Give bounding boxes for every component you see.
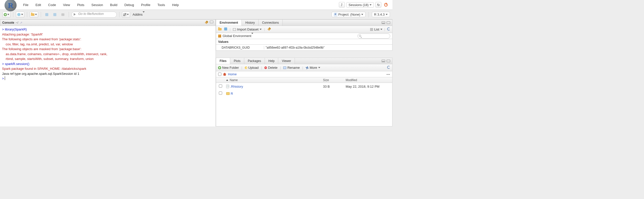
- new-folder-button[interactable]: New Folder: [218, 66, 239, 70]
- menu-help[interactable]: Help: [169, 3, 182, 7]
- panes-button[interactable]: [122, 12, 130, 18]
- tab-files[interactable]: Files: [216, 58, 230, 64]
- home-icon[interactable]: [223, 73, 226, 76]
- minimize-pane-icon[interactable]: [382, 60, 385, 62]
- minimize-pane-icon[interactable]: [382, 21, 385, 24]
- file-row[interactable]: R: [216, 90, 392, 97]
- menu-tools[interactable]: Tools: [154, 3, 169, 7]
- tab-history[interactable]: History: [242, 20, 258, 26]
- delete-button[interactable]: Delete: [264, 66, 277, 70]
- menu-plots[interactable]: Plots: [73, 3, 88, 7]
- env-search-input[interactable]: [357, 34, 390, 39]
- global-env-icon: [218, 35, 221, 38]
- upload-button[interactable]: Upload: [245, 66, 259, 70]
- menu-session[interactable]: Session: [88, 3, 106, 7]
- new-file-button[interactable]: [3, 12, 11, 18]
- col-name[interactable]: Name: [225, 78, 323, 82]
- maximize-pane-icon[interactable]: [387, 60, 390, 62]
- tab-connections[interactable]: Connections: [259, 20, 283, 26]
- file-icon: [226, 85, 229, 88]
- environment-panel: EnvironmentHistoryConnections | Import D…: [216, 19, 392, 51]
- files-breadcrumb: Home •••: [216, 71, 392, 77]
- console-popout-icon[interactable]: ⇗: [20, 21, 22, 24]
- project-dropdown[interactable]: R Project: (None): [332, 12, 366, 17]
- load-workspace-icon[interactable]: [218, 27, 222, 31]
- row-checkbox[interactable]: [219, 84, 222, 88]
- select-all-checkbox[interactable]: [218, 73, 221, 76]
- env-values-header: Values: [216, 39, 392, 45]
- goto-input[interactable]: Go to file/function: [71, 12, 117, 18]
- menu-file[interactable]: File: [20, 3, 32, 7]
- console-path: ~/: [16, 21, 18, 24]
- global-toolbar: Go to file/function Addins R Project: (N…: [0, 10, 392, 19]
- refresh-env-icon[interactable]: [387, 27, 390, 31]
- print-button[interactable]: [60, 12, 66, 18]
- row-checkbox[interactable]: [219, 91, 222, 95]
- view-mode-dropdown[interactable]: List: [370, 27, 382, 31]
- menu-view[interactable]: View: [59, 3, 73, 7]
- tab-packages[interactable]: Packages: [244, 58, 265, 64]
- power-icon[interactable]: [383, 2, 389, 8]
- console-output[interactable]: > library(SparkR)Attaching package: 'Spa…: [0, 26, 216, 126]
- files-tabs: FilesPlotsPackagesHelpViewer: [216, 58, 392, 64]
- files-toolbar: New Folder | Upload | Delete | Rename | …: [216, 64, 392, 71]
- save-all-button[interactable]: [52, 12, 58, 18]
- clear-env-icon[interactable]: [267, 27, 271, 31]
- maximize-pane-icon[interactable]: [210, 21, 213, 23]
- refresh-files-icon[interactable]: [387, 66, 390, 70]
- folder-icon: [226, 92, 230, 95]
- col-size[interactable]: Size: [323, 78, 346, 82]
- tab-environment[interactable]: Environment: [216, 20, 242, 26]
- home-link[interactable]: Home: [228, 72, 237, 76]
- file-row[interactable]: .Rhistory33 BMay 22, 2018, 9:12 PM: [216, 83, 392, 90]
- env-var-value: "a856ee92-a897-4f2b-a19a-0bcbd2548e9b": [264, 46, 392, 49]
- env-variable-row[interactable]: DATABRICKS_GUID "a856ee92-a897-4f2b-a19a…: [216, 45, 392, 51]
- addins-dropdown[interactable]: Addins: [132, 13, 146, 16]
- menu-profile[interactable]: Profile: [138, 3, 154, 7]
- console-pane: Console ~/ ⇗ > library(SparkR)Attaching …: [0, 19, 216, 126]
- tab-viewer[interactable]: Viewer: [278, 58, 295, 64]
- save-button[interactable]: [44, 12, 50, 18]
- env-var-name: DATABRICKS_GUID: [216, 46, 264, 49]
- sort-asc-icon: [226, 79, 228, 81]
- main-split: Console ~/ ⇗ > library(SparkR)Attaching …: [0, 19, 392, 126]
- path-options-icon[interactable]: •••: [386, 73, 390, 76]
- menu-debug[interactable]: Debug: [121, 3, 137, 7]
- env-tabs: EnvironmentHistoryConnections: [216, 19, 392, 26]
- tab-plots[interactable]: Plots: [230, 58, 244, 64]
- save-workspace-icon[interactable]: [224, 27, 227, 31]
- refresh-session-icon[interactable]: ↻: [375, 2, 381, 8]
- console-header: Console ~/ ⇗: [0, 19, 216, 26]
- main-menubar: R FileEditCodeViewPlotsSessionBuildDebug…: [0, 0, 392, 10]
- col-modified[interactable]: Modified: [346, 78, 392, 82]
- file-link[interactable]: R: [231, 92, 233, 95]
- more-dropdown[interactable]: More: [306, 66, 320, 70]
- rename-button[interactable]: Rename: [283, 66, 300, 70]
- cloud-export-icon[interactable]: ⤴: [339, 2, 345, 8]
- file-size: 33 B: [323, 85, 346, 88]
- env-scope-row: Global Environment: [216, 33, 392, 39]
- file-link[interactable]: .Rhistory: [230, 85, 243, 88]
- sessions-dropdown[interactable]: Sessions (18): [346, 2, 374, 8]
- file-modified: May 22, 2018, 9:12 PM: [346, 85, 392, 88]
- files-header-row: Name Size Modified: [216, 77, 392, 83]
- new-project-button[interactable]: [16, 12, 24, 18]
- import-dataset-dropdown[interactable]: Import Dataset: [233, 27, 261, 31]
- right-column: EnvironmentHistoryConnections | Import D…: [216, 19, 392, 126]
- maximize-pane-icon[interactable]: [387, 21, 390, 24]
- tab-help[interactable]: Help: [265, 58, 278, 64]
- env-scope-dropdown[interactable]: Global Environment: [223, 34, 253, 38]
- clear-console-icon[interactable]: [205, 21, 208, 25]
- r-version-dropdown[interactable]: R 3.4.3: [372, 12, 390, 17]
- menu-edit[interactable]: Edit: [32, 3, 45, 7]
- console-title: Console: [2, 21, 14, 24]
- menu-code[interactable]: Code: [45, 3, 59, 7]
- env-toolbar: | Import Dataset | List |: [216, 26, 392, 33]
- files-panel: FilesPlotsPackagesHelpViewer New Folder …: [216, 58, 392, 126]
- open-file-button[interactable]: [30, 12, 38, 18]
- menu-build[interactable]: Build: [107, 3, 121, 7]
